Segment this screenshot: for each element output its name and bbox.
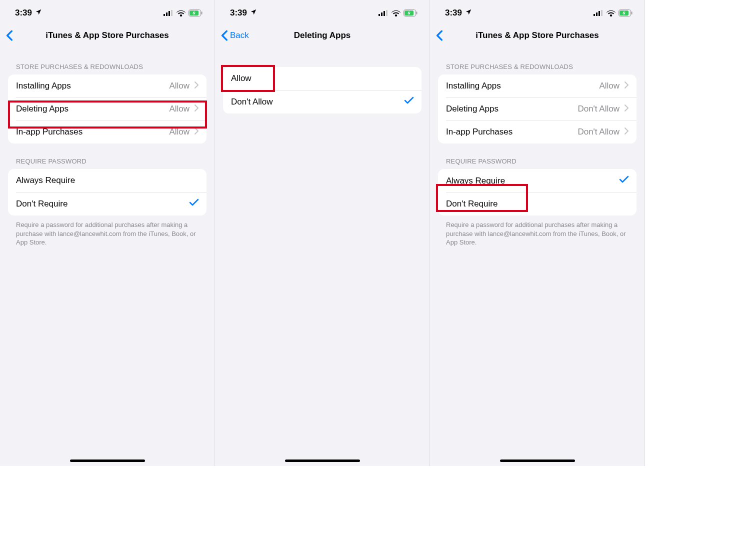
location-arrow-icon xyxy=(35,8,42,18)
chevron-right-icon xyxy=(194,104,198,114)
row-in-app-purchases[interactable]: In-app Purchases Allow xyxy=(8,120,206,144)
row-always-require[interactable]: Always Require xyxy=(438,169,636,192)
row-in-app-purchases[interactable]: In-app Purchases Don't Allow xyxy=(438,120,636,144)
status-left: 3:39 xyxy=(15,8,42,18)
svg-rect-13 xyxy=(416,12,418,14)
status-left: 3:39 xyxy=(230,8,257,18)
wifi-icon xyxy=(176,10,186,16)
row-label: Don't Require xyxy=(446,199,498,209)
section-header-password: REQUIRE PASSWORD xyxy=(430,144,644,169)
group-purchases: Installing Apps Allow Deleting Apps Allo… xyxy=(8,74,206,144)
svg-rect-15 xyxy=(596,12,598,16)
svg-rect-14 xyxy=(594,14,595,16)
home-indicator[interactable] xyxy=(285,460,360,462)
battery-charging-icon xyxy=(188,10,202,16)
svg-rect-3 xyxy=(171,10,172,16)
phone-screen-2: 3:39 Back Deleting Apps Allow Don't Allo… xyxy=(215,0,430,466)
chevron-right-icon xyxy=(624,127,628,137)
wifi-icon xyxy=(606,10,616,16)
footer-text: Require a password for additional purcha… xyxy=(0,216,214,247)
row-label: In-app Purchases xyxy=(446,127,512,137)
status-left: 3:39 xyxy=(445,8,472,18)
row-label: Don't Require xyxy=(16,199,68,209)
row-label: Always Require xyxy=(16,176,75,186)
back-button[interactable]: Back xyxy=(221,30,249,41)
row-label: Deleting Apps xyxy=(16,104,68,114)
home-indicator[interactable] xyxy=(70,460,145,462)
status-time: 3:39 xyxy=(445,8,462,18)
phone-screen-1: 3:39 iTunes & App Store Purchases STORE … xyxy=(0,0,215,466)
row-label: In-app Purchases xyxy=(16,127,82,137)
location-arrow-icon xyxy=(250,8,257,18)
row-label: Deleting Apps xyxy=(446,104,498,114)
chevron-right-icon xyxy=(624,81,628,91)
svg-rect-16 xyxy=(598,11,600,16)
row-deleting-apps[interactable]: Deleting Apps Don't Allow xyxy=(438,98,636,120)
section-header-purchases: STORE PURCHASES & REDOWNLOADS xyxy=(430,49,644,74)
signal-icon xyxy=(594,10,604,16)
row-dont-allow[interactable]: Don't Allow xyxy=(223,90,422,114)
svg-rect-1 xyxy=(166,12,168,16)
status-right xyxy=(378,10,418,16)
row-value: Don't Allow xyxy=(578,127,620,137)
location-arrow-icon xyxy=(465,8,472,18)
chevron-right-icon xyxy=(194,81,198,91)
status-right xyxy=(594,10,632,16)
row-installing-apps[interactable]: Installing Apps Allow xyxy=(438,74,636,98)
svg-rect-10 xyxy=(386,10,388,16)
checkmark-icon xyxy=(404,96,414,107)
chevron-right-icon xyxy=(624,104,628,114)
row-dont-require[interactable]: Don't Require xyxy=(8,192,206,216)
wifi-icon xyxy=(392,10,400,16)
section-header-purchases: STORE PURCHASES & REDOWNLOADS xyxy=(0,49,214,74)
phone-screen-3: 3:39 iTunes & App Store Purchases STORE … xyxy=(430,0,645,466)
row-value: Allow xyxy=(169,81,190,91)
row-label: Always Require xyxy=(446,176,505,186)
row-allow[interactable]: Allow xyxy=(223,67,422,90)
status-bar: 3:39 xyxy=(430,0,644,22)
signal-icon xyxy=(164,10,174,16)
section-header-password: REQUIRE PASSWORD xyxy=(0,144,214,169)
nav-bar: iTunes & App Store Purchases xyxy=(430,22,644,49)
status-right xyxy=(164,10,202,16)
row-label: Allow xyxy=(231,74,252,84)
svg-rect-17 xyxy=(601,10,602,16)
group-password: Always Require Don't Require xyxy=(438,169,636,216)
svg-rect-2 xyxy=(168,11,170,16)
checkmark-icon xyxy=(620,176,628,186)
svg-rect-7 xyxy=(378,14,380,16)
row-label: Installing Apps xyxy=(446,81,501,91)
row-deleting-apps[interactable]: Deleting Apps Allow xyxy=(8,98,206,120)
svg-rect-0 xyxy=(164,14,165,16)
status-time: 3:39 xyxy=(230,8,247,18)
svg-rect-8 xyxy=(381,12,382,16)
row-value: Don't Allow xyxy=(578,104,620,114)
svg-rect-20 xyxy=(632,12,632,14)
row-label: Don't Allow xyxy=(231,97,273,107)
row-always-require[interactable]: Always Require xyxy=(8,169,206,192)
checkmark-icon xyxy=(190,198,198,209)
home-indicator[interactable] xyxy=(500,460,575,462)
row-installing-apps[interactable]: Installing Apps Allow xyxy=(8,74,206,98)
back-button[interactable] xyxy=(436,30,445,41)
nav-bar: iTunes & App Store Purchases xyxy=(0,22,214,49)
footer-text: Require a password for additional purcha… xyxy=(430,216,644,247)
back-button[interactable] xyxy=(6,30,15,41)
group-password: Always Require Don't Require xyxy=(8,169,206,216)
status-bar: 3:39 xyxy=(0,0,214,22)
group-options: Allow Don't Allow xyxy=(223,67,422,114)
back-label: Back xyxy=(230,30,249,40)
battery-charging-icon xyxy=(404,10,418,16)
row-value: Allow xyxy=(599,81,620,91)
group-purchases: Installing Apps Allow Deleting Apps Don'… xyxy=(438,74,636,144)
battery-charging-icon xyxy=(618,10,632,16)
row-value: Allow xyxy=(169,127,190,137)
svg-rect-6 xyxy=(202,12,202,14)
status-bar: 3:39 xyxy=(215,0,430,22)
nav-bar: Back Deleting Apps xyxy=(215,22,430,49)
row-dont-require[interactable]: Don't Require xyxy=(438,192,636,216)
signal-icon xyxy=(378,10,388,16)
status-time: 3:39 xyxy=(15,8,32,18)
row-label: Installing Apps xyxy=(16,81,71,91)
nav-title: iTunes & App Store Purchases xyxy=(430,30,644,40)
